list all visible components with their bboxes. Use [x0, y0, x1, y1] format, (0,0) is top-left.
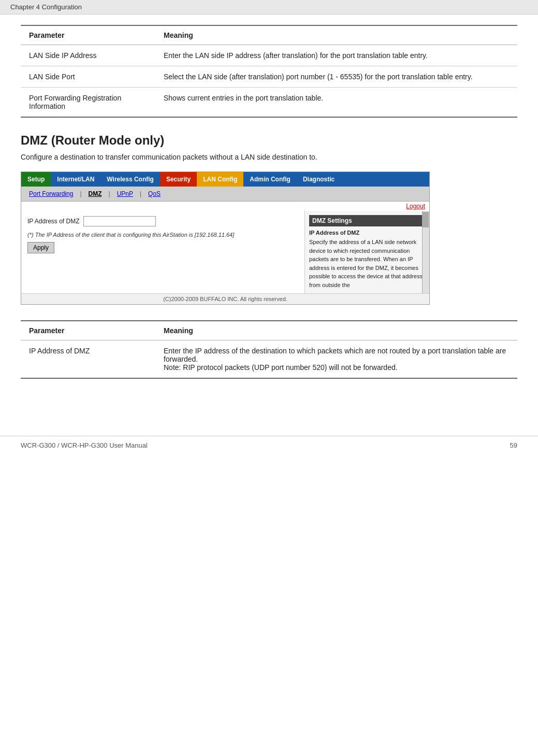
logout-link[interactable]: Logout — [406, 203, 425, 210]
meaning-cell: Shows current entries in the port transl… — [155, 88, 517, 118]
sub-nav-item[interactable]: Port Forwarding — [24, 188, 78, 199]
nav-item[interactable]: Admin Config — [243, 172, 297, 187]
nav-item[interactable]: Internet/LAN — [51, 172, 100, 187]
sub-nav-item[interactable]: QoS — [143, 188, 165, 199]
sidebar-body-text: Specify the address of a LAN side networ… — [309, 238, 425, 289]
table2-col1-header: Parameter — [21, 321, 155, 340]
meaning-cell: Select the LAN side (after translation) … — [155, 66, 517, 88]
router-main-panel: IP Address of DMZ (*) The IP Address of … — [21, 211, 305, 293]
sub-nav-separator: | — [139, 190, 142, 197]
logout-bar: Logout — [21, 202, 429, 211]
sub-nav-separator: | — [108, 190, 111, 197]
param-cell: LAN Side Port — [21, 66, 155, 88]
table-row: LAN Side IP AddressEnter the LAN side IP… — [21, 45, 517, 66]
param-cell: IP Address of DMZ — [21, 340, 155, 379]
dmz-title: DMZ (Router Mode only) — [21, 133, 517, 148]
sub-nav: Port Forwarding|DMZ|UPnP|QoS — [21, 187, 429, 202]
nav-item[interactable]: Setup — [21, 172, 51, 187]
table2-col2-header: Meaning — [155, 321, 517, 340]
first-param-table: Parameter Meaning LAN Side IP AddressEnt… — [21, 25, 517, 118]
sub-nav-item[interactable]: UPnP — [112, 188, 138, 199]
nav-item[interactable]: Wireless Config — [100, 172, 160, 187]
scrollbar-track[interactable] — [422, 211, 429, 293]
nav-bar: SetupInternet/LANWireless ConfigSecurity… — [21, 172, 429, 187]
dmz-section: DMZ (Router Mode only) Configure a desti… — [21, 133, 517, 161]
page-footer: WCR-G300 / WCR-HP-G300 User Manual 59 — [0, 436, 538, 454]
apply-button[interactable]: Apply — [27, 242, 54, 253]
param-cell: LAN Side IP Address — [21, 45, 155, 66]
router-ui-screenshot: SetupInternet/LANWireless ConfigSecurity… — [21, 172, 430, 305]
table1-col1-header: Parameter — [21, 25, 155, 45]
nav-item[interactable]: Diagnostic — [297, 172, 341, 187]
chapter-header: Chapter 4 Configuration — [0, 0, 538, 15]
sidebar-title: DMZ Settings — [309, 215, 425, 226]
table-row: LAN Side PortSelect the LAN side (after … — [21, 66, 517, 88]
param-cell: Port Forwarding Registration Information — [21, 88, 155, 118]
manual-title: WCR-G300 / WCR-HP-G300 User Manual — [21, 441, 148, 449]
table-row: IP Address of DMZEnter the IP address of… — [21, 340, 517, 379]
dmz-description: Configure a destination to transfer comm… — [21, 153, 517, 161]
router-content: IP Address of DMZ (*) The IP Address of … — [21, 211, 429, 293]
ip-address-input[interactable] — [83, 216, 156, 226]
nav-item[interactable]: Security — [160, 172, 197, 187]
sub-nav-item[interactable]: DMZ — [84, 188, 107, 199]
sub-nav-separator: | — [79, 190, 82, 197]
ip-address-label: IP Address of DMZ — [27, 218, 79, 225]
meaning-cell: Enter the IP address of the destination … — [155, 340, 517, 379]
table-row: Port Forwarding Registration Information… — [21, 88, 517, 118]
sidebar-subtitle: IP Address of DMZ — [309, 230, 425, 236]
scrollbar-thumb[interactable] — [423, 212, 429, 227]
table1-col2-header: Meaning — [155, 25, 517, 45]
meaning-cell: Enter the LAN side IP address (after tra… — [155, 45, 517, 66]
note-text: (*) The IP Address of the client that is… — [27, 232, 298, 238]
dmz-field-row: IP Address of DMZ — [27, 216, 298, 226]
page-number: 59 — [510, 441, 517, 449]
router-footer: (C)2000-2009 BUFFALO INC. All rights res… — [21, 293, 429, 304]
second-param-table: Parameter Meaning IP Address of DMZEnter… — [21, 320, 517, 379]
chapter-title: Chapter 4 Configuration — [10, 3, 82, 11]
router-sidebar: DMZ Settings IP Address of DMZ Specify t… — [305, 211, 429, 293]
nav-item[interactable]: LAN Config — [197, 172, 243, 187]
